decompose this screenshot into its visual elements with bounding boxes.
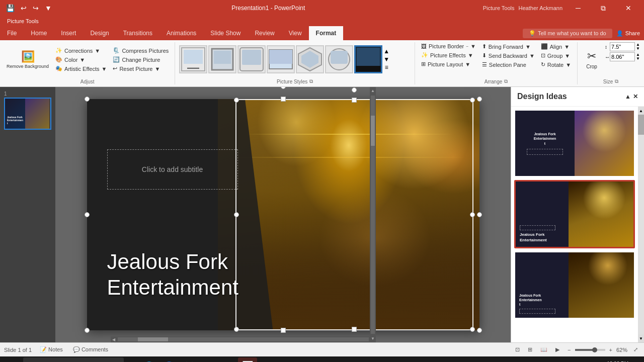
comments-button[interactable]: 💬 Comments xyxy=(71,345,110,354)
zoom-slider[interactable] xyxy=(575,349,605,351)
rotation-handle[interactable] xyxy=(352,87,357,93)
height-down[interactable]: ▼ xyxy=(636,47,640,51)
vscroll-down[interactable]: ▼ xyxy=(371,335,375,342)
group-button[interactable]: ⊡Group▼ xyxy=(539,51,573,60)
design-card-2[interactable]: Jealous ForkEntertainment xyxy=(514,180,635,248)
picture-styles-dialog[interactable]: ⧉ xyxy=(309,78,313,84)
height-input[interactable] xyxy=(610,42,635,51)
pic-style-1[interactable]: ▬▬▬ xyxy=(179,45,207,73)
slideshow-button[interactable]: ▶ xyxy=(553,345,561,354)
tab-home[interactable]: Home xyxy=(24,26,54,40)
subtitle-box[interactable]: Click to add subtitle xyxy=(107,149,238,190)
tab-slideshow[interactable]: Slide Show xyxy=(203,26,248,40)
bottom-left-handle[interactable] xyxy=(85,328,90,333)
close-button[interactable]: ✕ xyxy=(617,0,640,16)
artistic-effects-button[interactable]: 🎭Artistic Effects▼ xyxy=(53,64,109,73)
start-button[interactable]: ⊞ xyxy=(2,357,22,362)
panel-scroll-up[interactable]: ▲ xyxy=(638,107,644,115)
pic-style-5[interactable] xyxy=(296,45,324,73)
bottom-right-handle[interactable] xyxy=(477,328,482,333)
top-right-handle[interactable] xyxy=(477,97,482,102)
tab-review[interactable]: Review xyxy=(248,26,281,40)
tab-design[interactable]: Design xyxy=(83,26,116,40)
bring-forward-button[interactable]: ⬆Bring Forward▼ xyxy=(480,42,537,51)
tab-transitions[interactable]: Transitions xyxy=(116,26,159,40)
vscroll-up[interactable]: ▲ xyxy=(371,87,375,95)
reset-picture-button[interactable]: ↩Reset Picture▼ xyxy=(111,64,171,73)
minimize-button[interactable]: ─ xyxy=(567,0,590,16)
tab-format[interactable]: Format xyxy=(309,26,344,40)
picture-border-button[interactable]: 🖼Picture Border~▼ xyxy=(419,42,478,50)
tab-insert[interactable]: Insert xyxy=(54,26,83,40)
panel-scroll-down[interactable]: ▼ xyxy=(638,334,644,342)
send-backward-button[interactable]: ⬇Send Backward▼ xyxy=(480,51,537,60)
tab-file[interactable]: File xyxy=(0,26,24,40)
tab-view[interactable]: View xyxy=(282,26,309,40)
redo-icon[interactable]: ↪ xyxy=(31,3,41,13)
undo-icon[interactable]: ↩ xyxy=(19,3,29,13)
slide-sorter-button[interactable]: ⊞ xyxy=(526,345,534,354)
svg-rect-15 xyxy=(356,66,381,72)
remove-background-button[interactable]: 🖼️ Remove Background xyxy=(4,43,51,77)
share-button[interactable]: 👤 Share xyxy=(616,30,640,37)
top-left-handle[interactable] xyxy=(85,97,90,102)
folder-button[interactable]: 📁 xyxy=(200,357,219,362)
mid-left-handle[interactable] xyxy=(85,212,90,217)
corrections-button[interactable]: ✨Corrections▼ xyxy=(53,46,109,55)
panel-scroll-thumb[interactable] xyxy=(638,115,644,135)
change-picture-button[interactable]: 🔄Change Picture xyxy=(111,55,171,64)
ie-button[interactable]: 🌐 xyxy=(139,357,158,362)
tab-animations[interactable]: Animations xyxy=(159,26,203,40)
design-card-3[interactable]: Jealous ForkEntertainment xyxy=(514,251,635,319)
customize-icon[interactable]: ▼ xyxy=(43,3,54,13)
zoom-thumb[interactable] xyxy=(592,347,597,352)
normal-view-button[interactable]: ⊡ xyxy=(513,345,522,354)
save-icon[interactable]: 💾 xyxy=(4,3,17,13)
edge-button[interactable]: 🔵 xyxy=(159,357,179,362)
color-button[interactable]: 🎨Color▼ xyxy=(53,55,109,64)
reading-view-button[interactable]: 📖 xyxy=(538,345,549,354)
zoom-out-button[interactable]: − xyxy=(566,346,573,354)
size-dialog[interactable]: ⧉ xyxy=(615,78,618,84)
pic-style-7[interactable] xyxy=(354,45,382,73)
gallery-down[interactable]: ▼ xyxy=(383,56,389,63)
vscroll-thumb[interactable] xyxy=(371,116,375,146)
compress-pictures-button[interactable]: 🗜️Compress Pictures xyxy=(111,46,171,55)
top-center-handle[interactable] xyxy=(281,97,286,102)
restore-button[interactable]: ⧉ xyxy=(592,0,615,16)
design-card-1[interactable]: Jealous ForkEntertainment xyxy=(514,110,635,177)
design-panel-collapse[interactable]: ▲ xyxy=(625,93,631,100)
gallery-up[interactable]: ▲ xyxy=(383,48,389,55)
width-down[interactable]: ▼ xyxy=(636,57,640,61)
pic-style-4[interactable] xyxy=(267,45,295,73)
width-input[interactable] xyxy=(610,52,635,61)
picture-effects-button[interactable]: ✨Picture Effects▼ xyxy=(419,51,478,59)
pic-style-2[interactable] xyxy=(208,45,236,73)
search-bar[interactable]: 🔍 Ask me anything 🎤 xyxy=(23,357,124,362)
mid-right-handle[interactable] xyxy=(477,212,482,217)
design-panel-close[interactable]: ✕ xyxy=(633,93,638,100)
align-button[interactable]: ⬛Align▼ xyxy=(539,42,573,51)
store-button[interactable]: 🛍 xyxy=(220,357,237,362)
rotate-button[interactable]: ↻Rotate▼ xyxy=(539,60,573,69)
picture-layout-button[interactable]: ⊞Picture Layout▼ xyxy=(419,60,478,68)
rotation-top-handle[interactable] xyxy=(281,87,286,89)
notes-button[interactable]: 📝 Notes xyxy=(38,345,65,354)
hscroll-thumb[interactable] xyxy=(138,337,168,341)
gallery-more[interactable]: ≡ xyxy=(385,64,388,71)
firefox-button[interactable]: 🦊 xyxy=(180,357,199,362)
zoom-in-button[interactable]: + xyxy=(607,346,614,354)
fit-slide-button[interactable]: ⤢ xyxy=(631,345,640,354)
bottom-center-handle[interactable] xyxy=(281,328,286,333)
arrange-dialog[interactable]: ⧉ xyxy=(504,78,508,84)
tell-me-input[interactable]: 💡 Tell me what you want to do xyxy=(523,29,612,38)
pic-style-3[interactable] xyxy=(237,45,266,73)
crop-button[interactable]: ✂ Crop xyxy=(582,42,602,76)
powerpoint-taskbar[interactable]: 📊 xyxy=(238,357,257,362)
slide-thumbnail[interactable]: Jealous ForkEntertainment xyxy=(4,98,51,130)
taskview-button[interactable]: ⧉ xyxy=(125,357,138,362)
selection-pane-button[interactable]: ☰Selection Pane xyxy=(480,60,537,69)
hscroll-left[interactable]: ◀ xyxy=(111,337,117,342)
pic-style-6[interactable] xyxy=(325,45,353,73)
slide-title[interactable]: Jealous Fork Entertainment xyxy=(107,249,263,300)
